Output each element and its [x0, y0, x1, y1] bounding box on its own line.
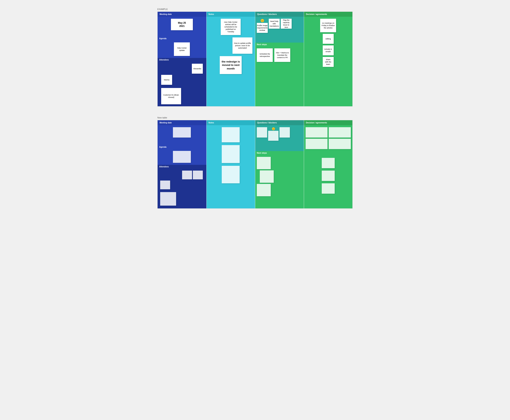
new-meeting-date-header: Meeting date	[158, 120, 206, 125]
question-note-2[interactable]: Need help with translations	[269, 19, 280, 29]
new-emoji-icon: 😐	[272, 127, 275, 130]
agenda-cell: Help Center update	[158, 40, 206, 58]
new-notes-column: Notes	[206, 120, 255, 208]
new-decision-top-cell	[304, 125, 353, 151]
new-next-step-1a[interactable]	[257, 157, 271, 169]
new-question-note-3[interactable]	[279, 127, 290, 138]
agenda-note[interactable]: Help Center update	[174, 42, 190, 56]
new-board: Meeting date Agenda Attendees Notes	[157, 120, 353, 209]
new-note-1[interactable]	[222, 127, 240, 142]
new-decision-column: Decision / agreements	[304, 120, 353, 208]
new-note-3[interactable]	[222, 166, 240, 183]
new-agenda-subheader: Agenda	[158, 145, 206, 149]
new-agenda-cell	[158, 149, 206, 165]
agenda-subheader: Agenda	[158, 37, 206, 40]
emoji-icon: 😐	[260, 19, 264, 22]
attendee-note-1[interactable]: Alexandra	[192, 64, 203, 74]
new-note-2[interactable]	[222, 145, 240, 163]
decision-note-2[interactable]: editing	[323, 34, 334, 44]
new-meeting-date-column: Meeting date Agenda Attendees	[158, 120, 206, 208]
new-attendee-2[interactable]	[160, 180, 170, 189]
questions-cell: 😐 Profile image requirements unclear Nee…	[255, 17, 304, 43]
new-questions-column: Questions / blockers 😐 Next steps	[255, 120, 304, 208]
new-decision-note-6[interactable]	[322, 171, 335, 181]
next-step-note-1[interactable]: Schedule the retrospective	[257, 48, 273, 62]
attendee-note-2[interactable]: Marina	[161, 75, 172, 85]
new-next-step-2[interactable]	[257, 184, 271, 196]
question-note-3[interactable]: Flag the capacity issue to Jess	[281, 19, 292, 29]
new-date-note[interactable]	[173, 127, 191, 138]
meeting-date-header: Meeting date	[158, 12, 206, 17]
question-note-1[interactable]: Profile image requirements unclear	[257, 23, 268, 33]
note-2[interactable]: How to update profile picture: soon to b…	[232, 38, 252, 54]
decision-column: Decision / agreements no meetings on Fri…	[304, 12, 353, 106]
new-notes-header: Notes	[207, 120, 255, 125]
new-questions-header: Questions / blockers	[255, 120, 304, 125]
new-decision-nextsteps-spacer	[304, 151, 353, 156]
decision-cell: no meetings on Friday to finalize the ar…	[304, 17, 353, 106]
meeting-date-cell: May 25 2021	[158, 17, 206, 37]
new-attendee-3[interactable]	[160, 192, 176, 206]
attendees-cell: Alexandra Marina Customer Ex (Brad, Ahme…	[158, 62, 206, 106]
new-decision-note-2[interactable]	[329, 127, 351, 138]
new-next-steps-cell	[255, 155, 304, 208]
decision-note-3[interactable]: include in emails	[323, 45, 334, 55]
new-attendees-cell	[158, 169, 206, 208]
next-step-note-2[interactable]: Alex + Marina to translate the content t…	[274, 48, 290, 62]
new-decision-note-5[interactable]	[322, 158, 335, 168]
new-questions-cell: 😐	[255, 125, 304, 151]
questions-column: Questions / blockers 😐 Profile image req…	[255, 12, 304, 106]
new-question-note-1[interactable]	[257, 127, 267, 138]
notes-cell: new Help Center articles will be schedul…	[207, 17, 255, 106]
new-attendee-1a[interactable]	[193, 171, 203, 179]
note-3[interactable]: the redesign is moved to next month	[220, 56, 242, 74]
notes-column: Notes new Help Center articles will be s…	[206, 12, 255, 106]
example-board: Meeting date May 25 2021 Agenda Help Cen…	[157, 12, 353, 106]
new-decision-note-4[interactable]	[329, 139, 351, 149]
meeting-date-note[interactable]: May 25 2021	[171, 19, 193, 30]
decision-note-4[interactable]: share with the team	[323, 57, 334, 67]
questions-header: Questions / blockers	[255, 12, 304, 17]
new-next-step-1b[interactable]	[260, 170, 274, 183]
attendee-note-3[interactable]: Customer Ex (Brad, Ahmed)	[161, 88, 181, 104]
meeting-date-column: Meeting date May 25 2021 Agenda Help Cen…	[158, 12, 206, 106]
decision-header: Decision / agreements	[304, 12, 353, 17]
new-attendee-1b[interactable]	[182, 171, 192, 179]
new-notes-cell	[207, 125, 255, 208]
new-agenda-note[interactable]	[173, 151, 191, 163]
attendees-subheader: Attendees	[158, 58, 206, 62]
next-steps-subheader: Next steps	[255, 43, 304, 46]
new-next-steps-subheader: Next steps	[255, 151, 304, 155]
note-1[interactable]: new Help Center articles will be schedul…	[221, 19, 241, 35]
new-decision-note-7[interactable]	[322, 183, 335, 194]
next-steps-cell: Schedule the retrospective Alex + Marina…	[255, 46, 304, 106]
new-decision-bottom-cell	[304, 156, 353, 208]
new-meeting-date-cell	[158, 125, 206, 145]
notes-header: Notes	[207, 12, 255, 17]
new-decision-note-3[interactable]	[306, 139, 328, 149]
example-label: EXAMPLE	[157, 8, 353, 10]
new-table-label: New table	[157, 116, 353, 119]
new-question-note-2[interactable]	[268, 131, 278, 141]
decision-note-1[interactable]: no meetings on Friday to finalize the ar…	[320, 19, 336, 32]
new-attendees-subheader: Attendees	[158, 165, 206, 169]
new-decision-note-1[interactable]	[306, 127, 328, 138]
new-decision-header: Decision / agreements	[304, 120, 353, 125]
